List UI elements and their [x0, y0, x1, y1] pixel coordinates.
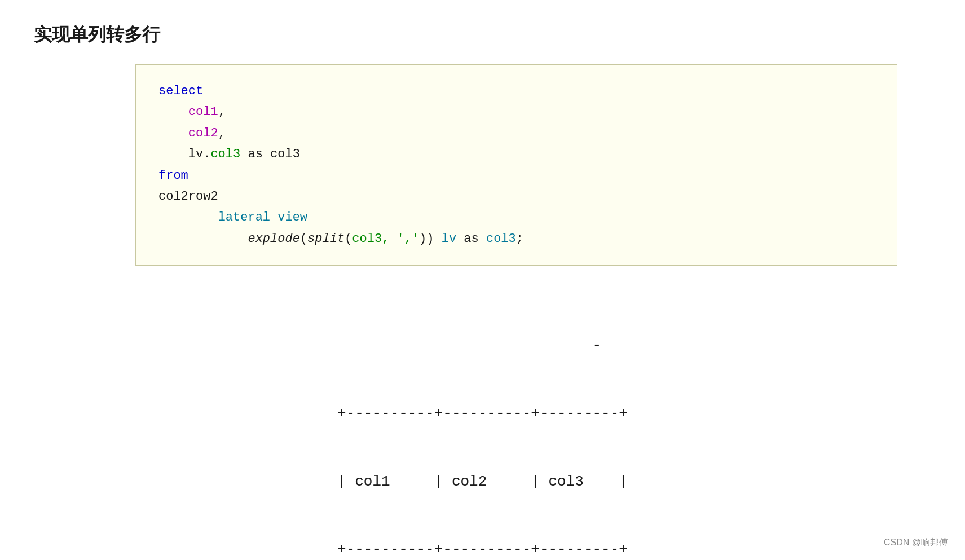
indent-8: [158, 232, 248, 246]
args-col3: col3, ',': [352, 232, 419, 246]
table-header: | col1 | col2 | col3 |: [337, 470, 628, 493]
fn-explode: explode: [248, 232, 299, 246]
rest-1: )): [419, 232, 442, 246]
code-line-2: col1,: [158, 102, 874, 122]
indent-7: [158, 210, 218, 224]
keyword-select: select: [158, 84, 203, 98]
comma-2: ,: [218, 126, 226, 140]
code-line-4: lv.col3 as col3: [158, 144, 874, 165]
semicolon: ;: [516, 232, 523, 246]
paren-1: (: [300, 232, 307, 246]
table-top-border: +----------+----------+---------+: [337, 402, 628, 425]
as-text: as: [456, 232, 486, 246]
code-block: select col1, col2, lv.col3 as col3 from …: [135, 64, 897, 266]
as-col3: as col3: [240, 147, 300, 161]
page-title: 实现单列转多行: [34, 23, 931, 47]
table-mid-border: +----------+----------+---------+: [337, 538, 628, 560]
col2-name: col2: [188, 126, 218, 140]
table-partial-top: -: [337, 334, 628, 356]
comma-1: ,: [218, 105, 226, 119]
code-line-8: explode(split(col3, ',')) lv as col3;: [158, 228, 874, 249]
code-line-5: from: [158, 165, 874, 186]
col1-name: col1: [188, 105, 218, 119]
lv-prefix: lv.: [158, 147, 210, 161]
keyword-lateral-view: lateral view: [218, 210, 307, 224]
lv-alias: lv: [442, 232, 456, 246]
table-name: col2row2: [158, 189, 218, 204]
keyword-from: from: [158, 169, 188, 183]
indent-3: [158, 126, 188, 140]
code-line-7: lateral view: [158, 207, 874, 228]
col3-ref: col3: [210, 147, 240, 161]
code-line-1: select: [158, 81, 874, 102]
watermark: CSDN @响邦傅: [884, 537, 948, 549]
code-line-3: col2,: [158, 123, 874, 144]
fn-split: split: [307, 232, 345, 246]
indent-2: [158, 105, 188, 119]
col3-alias: col3: [486, 232, 516, 246]
code-line-6: col2row2: [158, 186, 874, 207]
ascii-table: - +----------+----------+---------+ | co…: [337, 288, 628, 560]
table-section: - +----------+----------+---------+ | co…: [34, 288, 931, 560]
paren-2: (: [345, 232, 352, 246]
